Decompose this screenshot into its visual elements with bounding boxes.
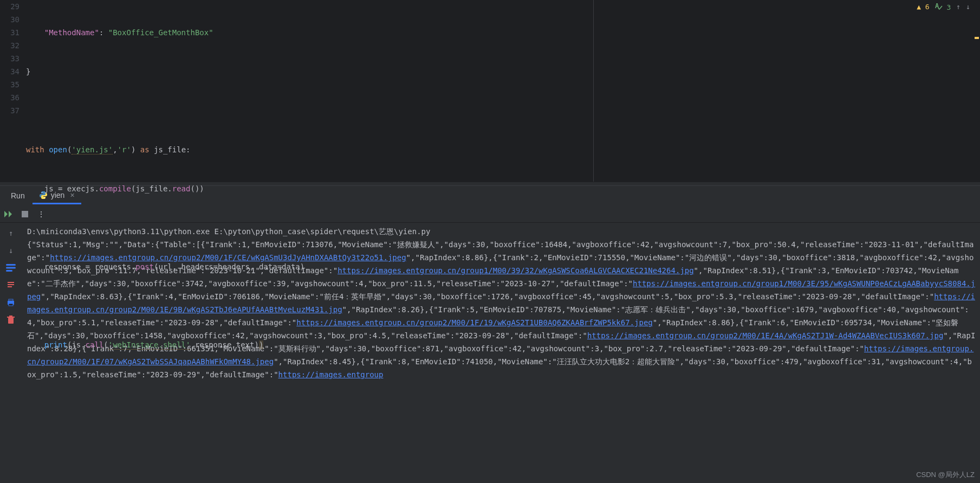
- code-content[interactable]: "MethodName": "BoxOffice_GetMonthBox" } …: [26, 0, 972, 182]
- code-token: 'yien.js': [72, 145, 113, 154]
- code-token: js_file:: [154, 145, 190, 154]
- code-token: compile: [99, 184, 131, 193]
- svg-rect-5: [6, 267, 16, 269]
- line-number: 35: [0, 78, 20, 91]
- code-token: "MethodName": [44, 28, 99, 37]
- line-number: 31: [0, 26, 20, 39]
- code-token: response = requests.: [44, 262, 136, 271]
- code-token: with: [26, 145, 44, 154]
- scroll-up-icon[interactable]: ↑: [6, 228, 16, 238]
- line-number: 37: [0, 104, 20, 117]
- editor-area[interactable]: 29 30 31 32 33 34 35 36 37 "MethodName":…: [0, 0, 980, 182]
- code-token: post: [135, 262, 154, 271]
- code-token: print: [44, 340, 67, 349]
- line-number: 34: [0, 65, 20, 78]
- code-token: "BoxOffice_GetMonthBox": [108, 28, 213, 37]
- code-token: ()): [190, 184, 204, 193]
- svg-rect-13: [8, 318, 14, 324]
- scroll-down-icon[interactable]: ↓: [6, 246, 16, 255]
- error-stripe[interactable]: [972, 0, 980, 182]
- code-token: as: [140, 145, 150, 154]
- line-number: 30: [0, 13, 20, 26]
- line-number: 36: [0, 91, 20, 104]
- svg-rect-8: [8, 284, 14, 285]
- svg-rect-12: [9, 304, 13, 306]
- print-icon[interactable]: [6, 298, 16, 307]
- code-token: ,response.text): [190, 340, 258, 349]
- trash-icon[interactable]: [6, 315, 16, 325]
- code-token: data: [259, 262, 277, 271]
- code-token: 'webInstace.shell': [108, 340, 191, 350]
- svg-rect-15: [9, 315, 12, 317]
- svg-rect-11: [9, 299, 13, 301]
- code-token: (url,: [154, 262, 181, 271]
- inspection-indicators[interactable]: ▲ 6 A 3 ↑ ↓: [917, 2, 970, 11]
- soft-wrap-icon[interactable]: [6, 263, 16, 273]
- svg-rect-9: [8, 286, 12, 287]
- code-token: js = execjs.: [44, 184, 99, 193]
- prev-highlight-icon[interactable]: ↑: [956, 3, 960, 11]
- next-highlight-icon[interactable]: ↓: [966, 3, 970, 11]
- code-token: =headers,: [213, 262, 259, 271]
- line-number: 32: [0, 39, 20, 52]
- warning-icon[interactable]: ▲ 6: [917, 3, 929, 11]
- svg-rect-4: [6, 264, 16, 266]
- line-gutter: 29 30 31 32 33 34 35 36 37: [0, 0, 26, 182]
- warning-mark[interactable]: [975, 37, 979, 39]
- line-number: 29: [0, 0, 20, 13]
- line-number: 33: [0, 52, 20, 65]
- code-token: call: [86, 340, 104, 349]
- code-token: read: [172, 184, 191, 193]
- code-token: open: [49, 145, 67, 154]
- svg-rect-14: [7, 317, 15, 318]
- watermark: CSDN @局外人LZ: [916, 470, 975, 480]
- code-token: =data): [277, 262, 305, 271]
- typo-count: 3: [947, 3, 951, 11]
- code-token: 'r': [118, 145, 131, 154]
- svg-rect-6: [6, 270, 12, 272]
- code-token: headers: [181, 262, 213, 271]
- code-token: ): [259, 340, 263, 349]
- rerun-icon[interactable]: [4, 210, 13, 218]
- console-side-toolbar: ↑ ↓: [0, 223, 22, 483]
- code-token: (js.: [67, 340, 86, 349]
- margin-guide: [593, 0, 594, 182]
- typo-icon[interactable]: A 3: [935, 2, 951, 11]
- code-token: (js_file.: [131, 184, 172, 193]
- svg-rect-7: [8, 282, 14, 283]
- code-token: }: [26, 65, 972, 78]
- scroll-to-end-icon[interactable]: [6, 280, 16, 290]
- warning-count: 6: [925, 3, 930, 11]
